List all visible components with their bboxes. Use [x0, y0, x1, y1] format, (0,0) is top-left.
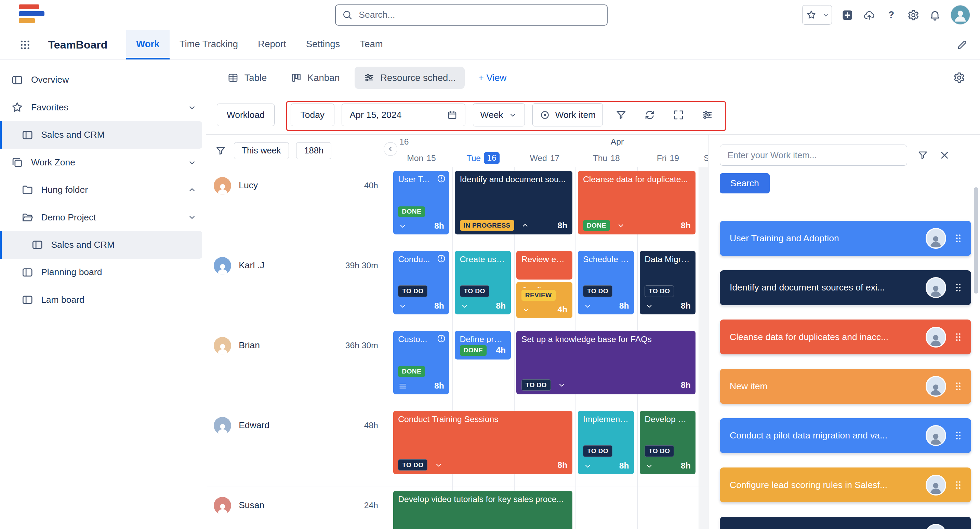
- task-card-define-proj[interactable]: Define proj...DONE4h: [455, 331, 511, 359]
- chevron-down-icon[interactable]: [822, 11, 830, 19]
- cloud-upload-icon[interactable]: [863, 9, 876, 22]
- status-badge: TO DO: [583, 285, 612, 297]
- task-card-review-exi[interactable]: Review exi...: [516, 251, 573, 280]
- work-item-card-configure-lead-scoring-rules-in-salesf[interactable]: Configure lead scoring rules in Salesf..…: [720, 467, 972, 502]
- chevron-down-icon[interactable]: [616, 221, 625, 230]
- status-badge: IN PROGRESS: [460, 220, 514, 231]
- grip-icon[interactable]: [953, 381, 964, 392]
- task-card-develop-migratio[interactable]: Develop migratio...TO DO8h: [640, 411, 696, 474]
- chevron-down-icon[interactable]: [187, 103, 197, 113]
- chevron-up-icon[interactable]: [520, 221, 530, 230]
- view-tab-resource-sched[interactable]: Resource sched...: [355, 67, 465, 89]
- grip-icon[interactable]: [953, 233, 964, 244]
- task-card-user-t[interactable]: User T...DONE8h: [393, 171, 449, 234]
- chevron-down-icon[interactable]: [557, 380, 566, 389]
- sidebar-item-work-zone[interactable]: Work Zone: [0, 149, 202, 176]
- favorites-button-group[interactable]: [802, 5, 832, 25]
- task-card-implement[interactable]: Implement ...TO DO8h: [578, 411, 634, 474]
- task-card-develop-video-tutorials-for-key-sales-proce[interactable]: Develop video tutorials for key sales pr…: [393, 491, 573, 529]
- calendar-icon[interactable]: [447, 110, 458, 120]
- task-card-conduct-training-sessions[interactable]: Conduct Training SessionsTO DO8h: [393, 411, 573, 474]
- nav-tab-work[interactable]: Work: [126, 30, 170, 60]
- work-item-card-untitled[interactable]: [720, 517, 972, 529]
- grip-icon[interactable]: [953, 282, 964, 293]
- chevron-down-icon[interactable]: [434, 460, 443, 470]
- chevron-down-icon[interactable]: [522, 305, 531, 315]
- sidebar-item-lam-board[interactable]: Lam board: [0, 286, 202, 313]
- chevron-down-icon[interactable]: [583, 461, 592, 470]
- close-icon[interactable]: [938, 149, 951, 162]
- scrollbar[interactable]: [974, 187, 978, 294]
- app-nav: TeamBoard WorkTime TrackingReportSetting…: [0, 30, 980, 60]
- gear-icon[interactable]: [907, 9, 920, 22]
- task-card-cleanse-data-for-duplicate[interactable]: Cleanse data for duplicate...DONE8h: [578, 171, 695, 234]
- task-card-custo[interactable]: Custo...DONE8h: [393, 331, 449, 394]
- work-item-select[interactable]: Work item: [532, 103, 603, 126]
- board-icon: [21, 129, 34, 141]
- work-item-search-input[interactable]: [720, 145, 907, 166]
- task-card-configure-l[interactable]: Configure l...REVIEW4h: [516, 282, 573, 318]
- chevron-down-icon[interactable]: [644, 461, 654, 470]
- this-week-pill[interactable]: This week: [234, 142, 289, 159]
- work-item-card-identify-and-document-sources-of-exi[interactable]: Identify and document sources of exi...: [720, 270, 972, 305]
- view-tab-table[interactable]: Table: [219, 67, 275, 89]
- sidebar-item-favorites[interactable]: Favorites: [0, 94, 202, 121]
- expand-icon[interactable]: [668, 103, 689, 126]
- sidebar-item-hung-folder[interactable]: Hung folder: [0, 176, 202, 203]
- status-badge: TO DO: [644, 285, 674, 297]
- search-button[interactable]: Search: [720, 173, 770, 193]
- sidebar-item-demo-project[interactable]: Demo Project: [0, 204, 202, 231]
- filter-icon[interactable]: [215, 145, 226, 157]
- task-card-set-up-a-knowledge-base-for-faqs[interactable]: Set up a knowledge base for FAQsTO DO8h: [516, 331, 695, 394]
- search-input[interactable]: [358, 9, 601, 21]
- nav-tab-settings[interactable]: Settings: [296, 30, 350, 60]
- sliders-icon[interactable]: [697, 103, 718, 126]
- work-item-card-cleanse-data-for-duplicates-and-inacc[interactable]: Cleanse data for duplicates and inacc...: [720, 319, 972, 354]
- task-card-create-use[interactable]: Create use...TO DO8h: [455, 251, 511, 315]
- chevron-down-icon[interactable]: [187, 212, 197, 222]
- range-select[interactable]: Week: [473, 103, 525, 126]
- task-card-identify-and-document-sou[interactable]: Identify and document sou...IN PROGRESS8…: [455, 171, 573, 234]
- app-switcher-icon[interactable]: [19, 39, 32, 51]
- filter-icon[interactable]: [917, 150, 928, 161]
- sidebar-item-overview[interactable]: Overview: [0, 66, 202, 94]
- work-item-card-conduct-a-pilot-data-migration-and-va[interactable]: Conduct a pilot data migration and va...: [720, 418, 972, 453]
- sidebar-item-planning-board[interactable]: Planning board: [0, 259, 202, 286]
- menu-icon[interactable]: [398, 381, 407, 391]
- help-icon[interactable]: ?: [885, 9, 897, 22]
- gear-icon[interactable]: [953, 71, 965, 84]
- task-card-schedule-r[interactable]: Schedule r...TO DO8h: [578, 251, 634, 315]
- chevron-down-icon[interactable]: [583, 302, 592, 311]
- add-view-button[interactable]: + View: [478, 72, 507, 83]
- work-item-card-user-training-and-adoption[interactable]: User Training and Adoption: [720, 221, 972, 256]
- nav-tab-time-tracking[interactable]: Time Tracking: [170, 30, 248, 60]
- grip-icon[interactable]: [953, 480, 964, 491]
- chevron-up-icon[interactable]: [187, 185, 197, 195]
- date-picker[interactable]: Apr 15, 2024: [342, 103, 465, 126]
- chevron-down-icon[interactable]: [644, 302, 654, 311]
- nav-tab-team[interactable]: Team: [350, 30, 393, 60]
- chevron-down-icon[interactable]: [460, 302, 469, 311]
- workload-button[interactable]: Workload: [217, 103, 274, 126]
- sidebar-item-sales-and-crm[interactable]: Sales and CRM: [0, 231, 202, 258]
- task-card-data-migra[interactable]: Data Migra...TO DO8h: [640, 251, 696, 315]
- bell-icon[interactable]: [929, 9, 941, 22]
- work-item-card-new-item[interactable]: New item: [720, 369, 972, 404]
- star-icon[interactable]: [806, 10, 816, 20]
- chevron-down-icon[interactable]: [187, 157, 197, 167]
- plus-icon[interactable]: [841, 9, 854, 22]
- chevron-down-icon[interactable]: [398, 302, 407, 311]
- task-card-condu[interactable]: Condu...TO DO8h: [393, 251, 449, 315]
- pencil-icon[interactable]: [956, 39, 968, 51]
- grip-icon[interactable]: [953, 430, 964, 441]
- user-avatar[interactable]: [951, 5, 970, 25]
- today-button[interactable]: Today: [291, 103, 334, 126]
- global-search[interactable]: [335, 5, 608, 25]
- view-tab-kanban[interactable]: Kanban: [282, 67, 348, 89]
- sync-icon[interactable]: [639, 103, 660, 126]
- chevron-down-icon[interactable]: [398, 221, 407, 231]
- nav-tab-report[interactable]: Report: [248, 30, 296, 60]
- filter-icon[interactable]: [610, 103, 632, 126]
- grip-icon[interactable]: [953, 332, 964, 343]
- sidebar-item-sales-and-crm[interactable]: Sales and CRM: [0, 121, 202, 149]
